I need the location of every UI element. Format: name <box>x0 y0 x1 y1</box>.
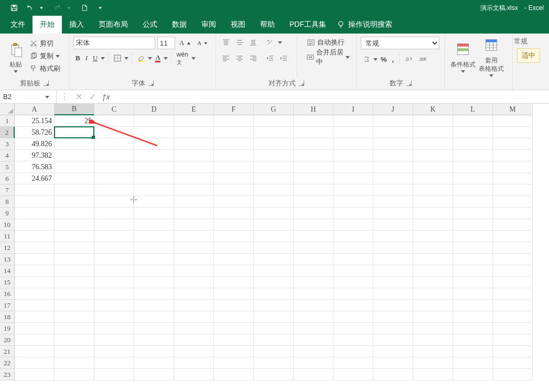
cell-D10[interactable] <box>134 219 174 231</box>
enter-formula-icon[interactable]: ✓ <box>89 92 96 102</box>
cell-F23[interactable] <box>214 369 254 380</box>
cell-B12[interactable] <box>55 242 94 254</box>
cell-A11[interactable] <box>15 231 55 242</box>
cell-D15[interactable] <box>134 277 174 288</box>
cell-K17[interactable] <box>413 300 453 311</box>
cell-E20[interactable] <box>174 334 214 346</box>
cell-B3[interactable] <box>55 138 94 150</box>
cells-area[interactable]: 25.1542558.72649.82697.38276.58324.667 <box>15 115 533 380</box>
cell-L16[interactable] <box>453 288 493 300</box>
cell-M1[interactable] <box>493 115 533 127</box>
cell-H21[interactable] <box>294 346 333 357</box>
cell-C16[interactable] <box>94 288 134 300</box>
cell-I1[interactable] <box>333 115 373 127</box>
column-header-G[interactable]: G <box>254 104 294 115</box>
cell-J3[interactable] <box>373 138 413 150</box>
cell-M2[interactable] <box>493 127 533 138</box>
cell-D17[interactable] <box>134 300 174 311</box>
cell-K23[interactable] <box>413 369 453 380</box>
cell-L20[interactable] <box>453 334 493 346</box>
clipboard-dialog-launcher[interactable] <box>44 81 49 86</box>
bold-button[interactable]: B <box>73 52 82 64</box>
cell-I4[interactable] <box>333 150 373 161</box>
cell-D7[interactable] <box>134 184 174 196</box>
underline-button[interactable]: U <box>91 52 100 64</box>
row-header-17[interactable]: 17 <box>0 300 15 311</box>
cell-I19[interactable] <box>333 323 373 334</box>
cell-F19[interactable] <box>214 323 254 334</box>
column-header-M[interactable]: M <box>493 104 533 115</box>
column-header-E[interactable]: E <box>174 104 214 115</box>
cell-I17[interactable] <box>333 300 373 311</box>
number-dialog-launcher[interactable] <box>406 81 412 86</box>
cell-F4[interactable] <box>214 150 254 161</box>
cell-D3[interactable] <box>134 138 174 150</box>
cell-E14[interactable] <box>174 265 214 277</box>
tell-me-search[interactable]: 操作说明搜索 <box>337 16 392 34</box>
cell-E18[interactable] <box>174 311 214 323</box>
cell-G13[interactable] <box>254 254 294 265</box>
cell-L12[interactable] <box>453 242 493 254</box>
column-header-B[interactable]: B <box>55 104 94 115</box>
accounting-dropdown-icon[interactable] <box>373 57 378 61</box>
row-header-15[interactable]: 15 <box>0 277 15 288</box>
cell-F15[interactable] <box>214 277 254 288</box>
cell-L3[interactable] <box>453 138 493 150</box>
cell-I23[interactable] <box>333 369 373 380</box>
cell-L7[interactable] <box>453 184 493 196</box>
row-header-7[interactable]: 7 <box>0 184 15 196</box>
cell-K14[interactable] <box>413 265 453 277</box>
cell-E7[interactable] <box>174 184 214 196</box>
cell-G8[interactable] <box>254 196 294 208</box>
cell-G4[interactable] <box>254 150 294 161</box>
row-header-8[interactable]: 8 <box>0 196 15 208</box>
cell-A6[interactable]: 24.667 <box>15 173 55 184</box>
row-header-14[interactable]: 14 <box>0 265 15 277</box>
increase-font-button[interactable]: A▲ <box>177 37 193 49</box>
cell-I15[interactable] <box>333 277 373 288</box>
cell-F21[interactable] <box>214 346 254 357</box>
cell-C5[interactable] <box>94 161 134 173</box>
cell-D4[interactable] <box>134 150 174 161</box>
cell-J11[interactable] <box>373 231 413 242</box>
cell-H8[interactable] <box>294 196 333 208</box>
cell-M15[interactable] <box>493 277 533 288</box>
tab-page-layout[interactable]: 页面布局 <box>91 16 135 34</box>
cell-L11[interactable] <box>453 231 493 242</box>
cell-G11[interactable] <box>254 231 294 242</box>
align-top-button[interactable] <box>220 37 232 48</box>
cell-A22[interactable] <box>15 357 55 369</box>
cell-F7[interactable] <box>214 184 254 196</box>
borders-dropdown-icon[interactable] <box>124 56 128 60</box>
tab-formulas[interactable]: 公式 <box>135 16 165 34</box>
tab-data[interactable]: 数据 <box>165 16 194 34</box>
format-as-table-dropdown-icon[interactable] <box>489 73 493 78</box>
cell-K5[interactable] <box>413 161 453 173</box>
cell-I14[interactable] <box>333 265 373 277</box>
row-header-13[interactable]: 13 <box>0 254 15 265</box>
cell-C21[interactable] <box>94 346 134 357</box>
cell-G3[interactable] <box>254 138 294 150</box>
accounting-format-button[interactable] <box>361 53 372 65</box>
increase-decimal-button[interactable]: .0 <box>403 53 415 65</box>
cell-G19[interactable] <box>254 323 294 334</box>
cell-K6[interactable] <box>413 173 453 184</box>
cell-G5[interactable] <box>254 161 294 173</box>
cell-J22[interactable] <box>373 357 413 369</box>
cell-D14[interactable] <box>134 265 174 277</box>
cell-D21[interactable] <box>134 346 174 357</box>
cell-J16[interactable] <box>373 288 413 300</box>
cell-L1[interactable] <box>453 115 493 127</box>
merge-dropdown-icon[interactable] <box>346 55 350 59</box>
cell-J17[interactable] <box>373 300 413 311</box>
cell-B6[interactable] <box>55 173 94 184</box>
cell-C14[interactable] <box>94 265 134 277</box>
select-all-corner[interactable] <box>0 104 15 115</box>
cell-J18[interactable] <box>373 311 413 323</box>
cell-G6[interactable] <box>254 173 294 184</box>
cell-G22[interactable] <box>254 357 294 369</box>
cell-M3[interactable] <box>493 138 533 150</box>
cell-K11[interactable] <box>413 231 453 242</box>
cell-M23[interactable] <box>493 369 533 380</box>
tab-pdf-tools[interactable]: PDF工具集 <box>282 16 333 34</box>
